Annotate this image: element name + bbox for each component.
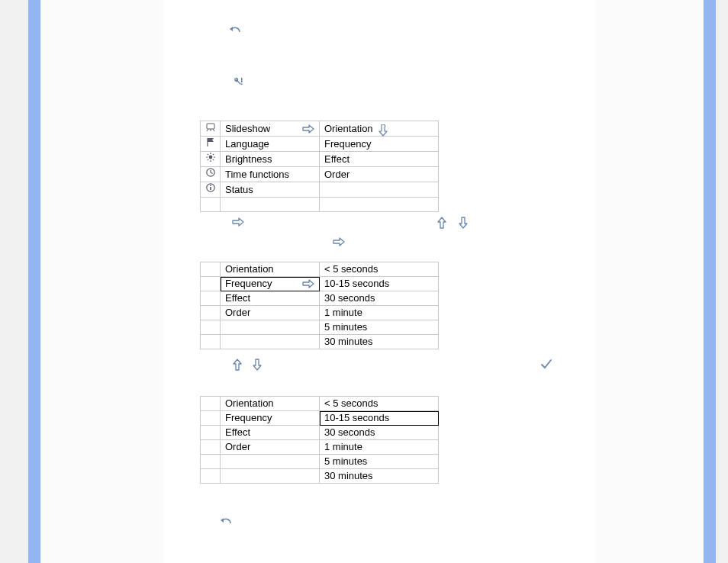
option-label: 5 minutes	[324, 321, 367, 333]
submenu-item-blank	[221, 335, 320, 349]
menu-item-label: Orientation	[225, 397, 274, 409]
check-icon	[540, 359, 554, 371]
option-label: 30 minutes	[324, 336, 373, 347]
submenu-item-orientation[interactable]: Orientation	[221, 397, 320, 411]
blank-icon	[201, 198, 221, 212]
option-5-seconds[interactable]: < 5 seconds	[320, 262, 439, 277]
blank-icon	[201, 426, 221, 440]
menu-table-1: Slideshow Orientation	[200, 121, 439, 212]
option-30-minutes[interactable]: 30 minutes	[320, 469, 439, 484]
arrow-down-icon	[252, 359, 264, 372]
menu-item-label: Effect	[225, 292, 250, 304]
menu-item-brightness[interactable]: Brightness	[221, 152, 320, 167]
viewport: Slideshow Orientation	[0, 0, 728, 563]
submenu-item-frequency[interactable]: Frequency	[320, 137, 439, 152]
menu-item-label: Frequency	[225, 278, 272, 289]
table-row: Order 1 minute	[201, 440, 439, 455]
option-label: 30 seconds	[324, 426, 375, 438]
option-30-seconds[interactable]: 30 seconds	[320, 426, 439, 440]
submenu-item-label: Effect	[324, 153, 350, 165]
undo-icon	[229, 24, 243, 35]
option-label: 30 minutes	[324, 470, 373, 481]
table-row: Slideshow Orientation	[201, 121, 439, 137]
blank-icon	[201, 411, 221, 426]
arrow-up-icon	[232, 359, 244, 372]
option-30-minutes[interactable]: 30 minutes	[320, 335, 439, 349]
menu-table-3: Orientation < 5 seconds Frequency 10-15 …	[200, 396, 439, 484]
table-row: Frequency 10-15 seconds	[201, 277, 439, 291]
right-margin-strip	[704, 0, 716, 563]
option-10-15-seconds[interactable]: 10-15 seconds	[320, 411, 439, 426]
menu-item-language[interactable]: Language	[221, 137, 320, 152]
submenu-item-effect[interactable]: Effect	[221, 426, 320, 440]
submenu-item-orientation[interactable]: Orientation	[320, 121, 439, 137]
menu-item-label: Status	[225, 184, 253, 195]
submenu-item-order[interactable]: Order	[221, 440, 320, 455]
table-row: 30 minutes	[201, 469, 439, 484]
menu-item-status[interactable]: Status	[221, 182, 320, 198]
table-row: Brightness Effect	[201, 152, 439, 167]
page-content: Slideshow Orientation	[163, 0, 596, 563]
arrow-right-icon	[232, 217, 246, 229]
submenu-item-label: Order	[324, 169, 350, 180]
menu-table-2: Orientation < 5 seconds Frequency	[200, 262, 439, 349]
submenu-item-effect[interactable]: Effect	[221, 291, 320, 306]
menu-table-3-body: Orientation < 5 seconds Frequency 10-15 …	[201, 397, 439, 484]
table-row: 30 minutes	[201, 335, 439, 349]
option-1-minute[interactable]: 1 minute	[320, 440, 439, 455]
menu-item-label: Language	[225, 138, 269, 150]
brightness-icon	[201, 152, 221, 167]
pointer-down-icon	[377, 124, 388, 137]
projector-icon	[201, 121, 221, 137]
table-row: Effect 30 seconds	[201, 291, 439, 306]
flag-icon	[201, 137, 221, 152]
option-5-minutes[interactable]: 5 minutes	[320, 455, 439, 469]
menu-item-label: Order	[225, 441, 250, 452]
option-30-seconds[interactable]: 30 seconds	[320, 291, 439, 306]
blank-icon	[201, 335, 221, 349]
menu-item-label: Brightness	[225, 153, 272, 165]
menu-item-time-functions[interactable]: Time functions	[221, 167, 320, 182]
submenu-item-frequency[interactable]: Frequency	[221, 411, 320, 426]
wrench-exclaim-icon	[233, 76, 245, 87]
submenu-item-blank	[320, 182, 439, 198]
option-label: 1 minute	[324, 441, 362, 452]
menu-item-blank	[221, 198, 320, 212]
table-row: Time functions Order	[201, 167, 439, 182]
submenu-item-frequency[interactable]: Frequency	[221, 277, 320, 291]
arrow-right-icon	[302, 278, 314, 289]
page-inner: Slideshow Orientation	[163, 0, 596, 563]
arrow-up-icon	[436, 217, 449, 230]
table-row: Frequency 10-15 seconds	[201, 411, 439, 426]
option-label: 10-15 seconds	[324, 412, 389, 423]
left-margin-strip	[28, 0, 40, 563]
table-row: Orientation < 5 seconds	[201, 262, 439, 277]
undo-icon	[220, 516, 234, 526]
submenu-item-order[interactable]: Order	[221, 306, 320, 320]
option-label: < 5 seconds	[324, 263, 378, 275]
option-1-minute[interactable]: 1 minute	[320, 306, 439, 320]
table-row: 5 minutes	[201, 455, 439, 469]
option-label: 5 minutes	[324, 455, 367, 467]
document-page: Slideshow Orientation	[41, 0, 703, 563]
menu-table-1-body: Slideshow Orientation	[201, 121, 439, 212]
arrow-right-icon	[302, 124, 314, 134]
submenu-item-blank	[221, 469, 320, 484]
arrow-right-icon	[333, 236, 346, 249]
submenu-item-order[interactable]: Order	[320, 167, 439, 182]
menu-item-slideshow[interactable]: Slideshow	[221, 121, 320, 137]
blank-icon	[201, 291, 221, 306]
submenu-item-orientation[interactable]: Orientation	[221, 262, 320, 277]
submenu-item-label: Frequency	[324, 138, 371, 150]
table-row: Language Frequency	[201, 137, 439, 152]
blank-icon	[201, 262, 221, 277]
submenu-item-effect[interactable]: Effect	[320, 152, 439, 167]
info-icon	[201, 182, 221, 198]
table-row: Status	[201, 182, 439, 198]
option-5-minutes[interactable]: 5 minutes	[320, 320, 439, 335]
option-5-seconds[interactable]: < 5 seconds	[320, 397, 439, 411]
blank-icon	[201, 320, 221, 335]
option-10-15-seconds[interactable]: 10-15 seconds	[320, 277, 439, 291]
menu-item-label: Time functions	[225, 169, 289, 180]
blank-icon	[201, 397, 221, 411]
